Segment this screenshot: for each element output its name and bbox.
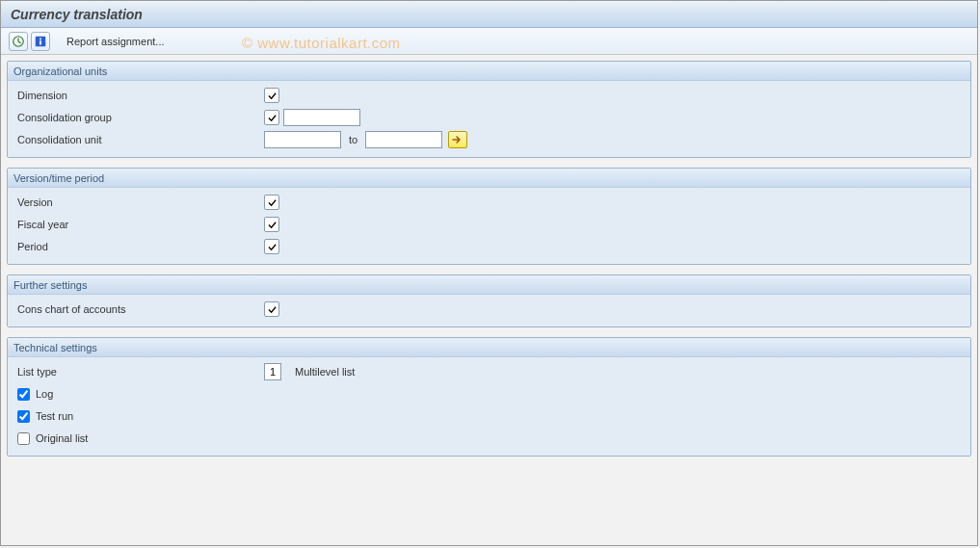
arrow-right-icon: [452, 135, 464, 144]
group-header: Version/time period: [8, 169, 970, 188]
label-cons-unit: Consolidation unit: [13, 134, 264, 145]
group-version: Version/time period Version Fiscal year …: [7, 168, 971, 265]
svg-rect-3: [40, 40, 41, 44]
clock-execute-icon: [12, 35, 25, 48]
execute-button[interactable]: [9, 32, 28, 51]
row-period: Period: [13, 236, 965, 257]
multiple-selection-button[interactable]: [448, 131, 467, 148]
label-fiscal-year: Fiscal year: [13, 219, 264, 230]
lock-icon: [264, 88, 279, 103]
cons-unit-from-input[interactable]: [264, 131, 341, 148]
label-test-run: Test run: [36, 410, 73, 422]
info-icon: [34, 35, 47, 48]
lock-icon: [264, 110, 279, 125]
original-list-checkbox[interactable]: [17, 432, 30, 445]
label-period: Period: [13, 241, 264, 252]
label-list-type: List type: [13, 366, 264, 378]
label-cons-chart: Cons chart of accounts: [13, 303, 264, 315]
lock-icon: [264, 301, 279, 317]
group-body: Version Fiscal year Period: [8, 188, 970, 264]
row-fiscal-year: Fiscal year: [13, 214, 965, 235]
row-cons-unit: Consolidation unit to: [13, 129, 965, 150]
label-dimension: Dimension: [13, 90, 264, 101]
group-header: Further settings: [8, 275, 970, 295]
lock-icon: [264, 217, 279, 232]
log-checkbox[interactable]: [17, 388, 30, 401]
row-list-type: List type Multilevel list: [13, 361, 965, 382]
label-version: Version: [13, 196, 264, 208]
group-body: List type Multilevel list Log Test run O…: [8, 357, 970, 456]
group-header: Organizational units: [8, 62, 970, 81]
toolbar: Report assignment...: [1, 28, 977, 55]
lock-icon: [264, 239, 279, 254]
page-title: Currency translation: [11, 7, 143, 22]
cons-group-input[interactable]: [283, 109, 360, 126]
lock-icon: [264, 195, 279, 210]
row-test-run: Test run: [13, 405, 965, 427]
list-type-desc: Multilevel list: [295, 366, 355, 378]
group-body: Cons chart of accounts: [8, 295, 970, 326]
to-label: to: [349, 134, 358, 145]
app-window: Currency translation Report assignment..…: [0, 0, 978, 546]
row-dimension: Dimension: [13, 85, 965, 106]
label-cons-group: Consolidation group: [13, 112, 264, 123]
title-bar: Currency translation: [1, 1, 977, 28]
group-body: Dimension Consolidation group Consolidat…: [8, 81, 970, 157]
group-org-units: Organizational units Dimension Consolida…: [7, 61, 971, 158]
row-original-list: Original list: [13, 428, 965, 449]
group-technical: Technical settings List type Multilevel …: [7, 337, 971, 457]
svg-rect-2: [40, 38, 41, 39]
group-header: Technical settings: [8, 338, 970, 357]
group-further: Further settings Cons chart of accounts: [7, 274, 971, 327]
list-type-input[interactable]: [264, 363, 281, 380]
report-assignment-button[interactable]: Report assignment...: [61, 33, 171, 50]
row-cons-group: Consolidation group: [13, 107, 965, 128]
row-cons-chart: Cons chart of accounts: [13, 299, 965, 320]
test-run-checkbox[interactable]: [17, 410, 30, 423]
content-area: Organizational units Dimension Consolida…: [1, 55, 977, 472]
cons-unit-to-input[interactable]: [365, 131, 442, 148]
label-log: Log: [36, 388, 53, 400]
label-original-list: Original list: [36, 432, 88, 444]
variant-button[interactable]: [31, 32, 50, 51]
row-version: Version: [13, 192, 965, 213]
row-log: Log: [13, 383, 965, 404]
